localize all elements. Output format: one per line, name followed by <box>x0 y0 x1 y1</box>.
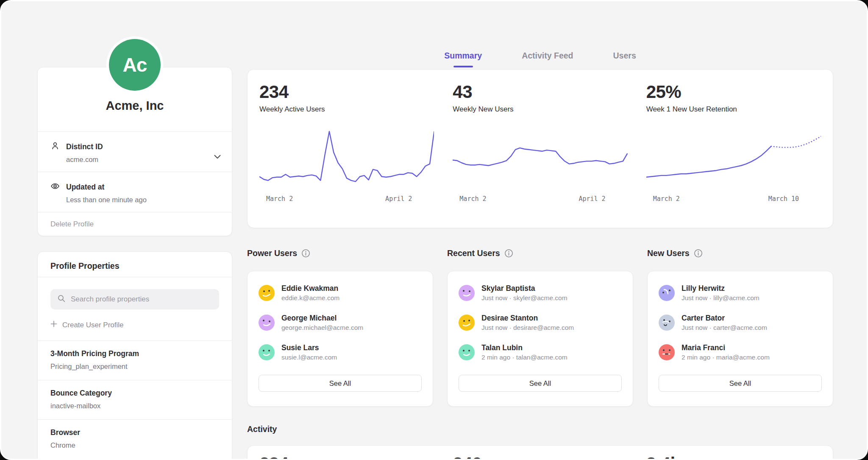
user-name: Eddie Kwakman <box>281 284 339 293</box>
user-row[interactable]: Desirae Stanton Just now · desirare@acme… <box>459 314 622 332</box>
weekly-active-users-chart <box>259 125 434 188</box>
user-avatar <box>659 344 675 360</box>
create-user-profile-button[interactable]: Create User Profile <box>50 321 219 329</box>
power-users-card: Eddie Kwakman eddie.k@acme.com George Mi… <box>247 271 433 407</box>
x-axis: March 2 March 10 <box>646 195 821 203</box>
user-lists-section: Power Users Eddie Kwakman eddie.k@acme.c… <box>247 248 833 407</box>
property-row: 3-Month Pricing Program Pricing_plan_exp… <box>38 340 232 380</box>
x-tick: March 2 <box>266 195 293 203</box>
see-all-button[interactable]: See All <box>259 375 422 392</box>
stat-label: Weekly New Users <box>453 105 627 114</box>
stat-label: Week 1 New User Retention <box>646 105 821 114</box>
user-avatar <box>259 315 275 331</box>
x-tick: March 10 <box>768 195 799 203</box>
profile-properties-search[interactable] <box>50 289 219 309</box>
updated-at-value: Less than one minute ago <box>66 196 219 204</box>
user-meta: Just now · desirare@acme.com <box>481 324 574 332</box>
eye-icon <box>50 181 60 192</box>
profile-properties-card: Profile Properties Create User Profile <box>37 251 232 460</box>
property-value: Chrome <box>50 441 219 449</box>
stat-value: 43 <box>453 82 627 102</box>
x-tick: April 2 <box>385 195 412 203</box>
user-row[interactable]: Eddie Kwakman eddie.k@acme.com <box>259 284 422 302</box>
info-icon[interactable] <box>694 249 703 258</box>
user-meta: 2 min ago · maria@acme.com <box>682 354 770 361</box>
updated-at-row: Updated at Less than one minute ago <box>38 172 232 212</box>
user-row[interactable]: George Michael george.michael@acme.com <box>259 314 422 332</box>
person-icon <box>50 141 60 152</box>
avatar-face <box>659 344 675 360</box>
x-tick: March 2 <box>653 195 680 203</box>
create-user-profile-label: Create User Profile <box>62 321 124 329</box>
stat-label: Weekly Active Users <box>259 105 434 114</box>
search-icon <box>57 294 66 304</box>
summary-stats-card: 234 Weekly Active Users March 2 April 2 … <box>247 69 833 228</box>
search-input[interactable] <box>71 295 212 304</box>
company-avatar: Ac <box>109 39 161 91</box>
info-icon[interactable] <box>504 249 513 258</box>
power-users-column: Power Users Eddie Kwakman eddie.k@acme.c… <box>247 248 433 407</box>
weekly-new-users-chart <box>453 125 627 188</box>
user-name: Lilly Herwitz <box>682 284 760 293</box>
user-meta: Just now · carter@acme.com <box>682 324 767 332</box>
activity-stat: 234 <box>259 454 434 460</box>
user-meta: Just now · skyler@acme.com <box>481 294 568 302</box>
updated-at-label: Updated at <box>66 183 104 192</box>
see-all-button[interactable]: See All <box>459 375 622 392</box>
info-icon[interactable] <box>301 249 310 258</box>
recent-users-column: Recent Users Skylar Baptista Just now · … <box>447 248 633 407</box>
user-name: Susie Lars <box>281 343 337 352</box>
property-value: inactive-mailbox <box>50 402 219 410</box>
plus-icon <box>50 321 57 329</box>
user-row[interactable]: Maria Franci 2 min ago · maria@acme.com <box>659 343 822 361</box>
user-row[interactable]: Skylar Baptista Just now · skyler@acme.c… <box>459 284 622 302</box>
tab-users[interactable]: Users <box>613 51 636 67</box>
user-meta: george.michael@acme.com <box>281 324 363 332</box>
power-users-title: Power Users <box>247 248 297 258</box>
avatar-face <box>259 315 275 331</box>
stat-value: 25% <box>646 82 821 102</box>
user-row[interactable]: Carter Bator Just now · carter@acme.com <box>659 314 822 332</box>
see-all-button[interactable]: See All <box>659 375 822 392</box>
avatar-face <box>459 285 475 301</box>
user-row[interactable]: Lilly Herwitz Just now · lilly@acme.com <box>659 284 822 302</box>
profile-sidebar: Ac Acme, Inc Distinct ID acme.com <box>37 36 232 460</box>
user-name: George Michael <box>281 314 363 323</box>
activity-section-title: Activity <box>247 424 833 434</box>
stat-weekly-active-users: 234 Weekly Active Users March 2 April 2 <box>259 82 434 217</box>
activity-stat: 240 <box>453 454 627 460</box>
new-users-title: New Users <box>647 248 690 258</box>
property-row: Bounce Category inactive-mailbox <box>38 380 232 419</box>
company-avatar-ring: Ac <box>106 36 163 93</box>
main-content: Summary Activity Feed Users 234 Weekly A… <box>247 1 833 460</box>
user-name: Desirae Stanton <box>481 314 574 323</box>
recent-users-card: Skylar Baptista Just now · skyler@acme.c… <box>447 271 633 407</box>
activity-stat-value: 240 <box>453 454 627 460</box>
user-avatar <box>259 344 275 360</box>
delete-profile-button[interactable]: Delete Profile <box>38 212 232 236</box>
user-row[interactable]: Talan Lubin 2 min ago · talan@acme.com <box>459 343 622 361</box>
tab-activity-feed[interactable]: Activity Feed <box>522 51 573 67</box>
user-meta: susie.l@acme.com <box>281 354 337 361</box>
x-tick: March 2 <box>459 195 486 203</box>
user-avatar <box>659 285 675 301</box>
avatar-face <box>659 285 675 301</box>
tab-bar: Summary Activity Feed Users <box>247 1 833 67</box>
tab-summary[interactable]: Summary <box>444 51 482 67</box>
x-tick: April 2 <box>579 195 605 203</box>
chevron-down-icon[interactable] <box>214 154 221 160</box>
user-meta: 2 min ago · talan@acme.com <box>481 354 568 361</box>
user-avatar <box>459 315 475 331</box>
avatar-face <box>459 344 475 360</box>
stat-weekly-new-users: 43 Weekly New Users March 2 April 2 <box>453 82 627 217</box>
new-users-column: New Users Lilly Herwitz Just now · lilly… <box>647 248 833 407</box>
user-avatar <box>459 285 475 301</box>
property-label: Bounce Category <box>50 389 219 398</box>
user-meta: Just now · lilly@acme.com <box>682 294 760 302</box>
avatar-face <box>259 344 275 360</box>
user-avatar <box>659 315 675 331</box>
distinct-id-label: Distinct ID <box>66 142 103 151</box>
user-row[interactable]: Susie Lars susie.l@acme.com <box>259 343 422 361</box>
avatar-face <box>459 315 475 331</box>
user-meta: eddie.k@acme.com <box>281 294 339 302</box>
